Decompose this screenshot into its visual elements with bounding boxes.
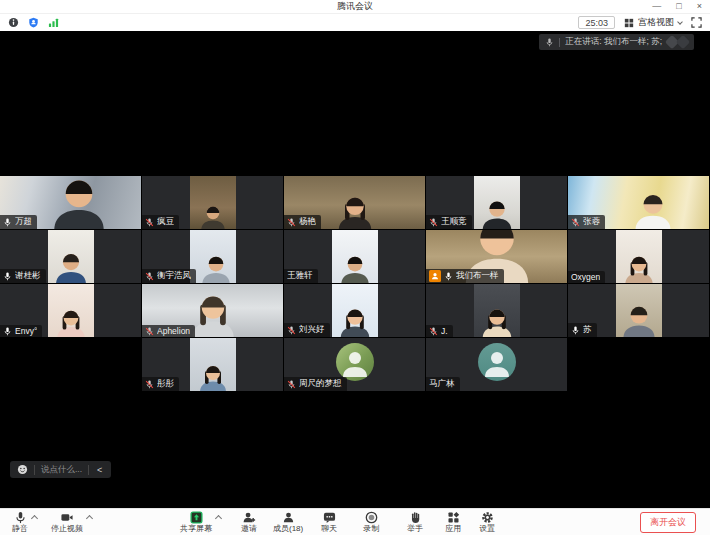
participant-name-chip: 杨艳 [284, 215, 321, 229]
chat-bar: 说点什么... < [10, 461, 111, 478]
meeting-info-icon[interactable] [8, 17, 19, 28]
chat-icon [323, 511, 336, 524]
participant-video [48, 284, 94, 337]
mic-muted-icon [429, 218, 438, 227]
toolbar-label: 录制 [363, 525, 379, 533]
header-status-icons [8, 17, 59, 28]
participant-video [616, 230, 662, 283]
participant-tile[interactable]: 疯豆 [142, 176, 283, 229]
divider [88, 465, 89, 475]
participant-tile[interactable]: 苏 [568, 284, 709, 337]
chevron-down-icon [677, 19, 683, 25]
mic-on-icon [3, 218, 12, 227]
minimize-button[interactable]: — [652, 0, 661, 13]
toolbar-items: 静音停止视频共享屏幕邀请成员(18)聊天录制举手应用设置 [10, 509, 495, 535]
mic-muted-icon [287, 218, 296, 227]
toolbar-invite-button[interactable]: 邀请 [241, 509, 257, 535]
mic-on-icon [3, 327, 12, 336]
participant-tile[interactable]: Oxygen [568, 230, 709, 283]
participant-tile[interactable]: 衡宇浩凤 [142, 230, 283, 283]
mic-muted-icon [571, 218, 580, 227]
participant-name-chip: 王顺竞 [426, 215, 472, 229]
fullscreen-icon[interactable] [691, 17, 702, 28]
chat-input[interactable]: 说点什么... [41, 464, 82, 476]
chevron-up-icon[interactable] [215, 515, 222, 522]
participant-name: 王雅轩 [287, 270, 313, 282]
toolbar-apps-button[interactable]: 应用 [445, 509, 461, 535]
record-icon [365, 511, 378, 524]
participant-video [474, 284, 520, 337]
participant-video [48, 230, 94, 283]
titlebar: 腾讯会议 — □ × [0, 0, 710, 14]
mic-on-icon [571, 326, 580, 335]
participant-grid: 万超疯豆杨艳王顺竞张蓉谢桂彬衡宇浩凤王雅轩我们布一样OxygenEnvy°Aph… [0, 176, 709, 391]
toolbar-mic-button[interactable]: 静音 [12, 509, 28, 535]
toolbar-chat-button[interactable]: 聊天 [321, 509, 337, 535]
participant-tile[interactable]: 张蓉 [568, 176, 709, 229]
chevron-up-icon[interactable] [31, 515, 38, 522]
participant-video [190, 230, 236, 283]
chevron-up-icon[interactable] [86, 515, 93, 522]
participant-name-chip: 疯豆 [142, 215, 179, 229]
participant-name: 张蓉 [583, 216, 600, 228]
participant-name-chip: Oxygen [568, 271, 605, 283]
mic-on-icon [3, 272, 12, 281]
security-shield-icon[interactable] [28, 17, 39, 28]
participant-tile[interactable]: 杨艳 [284, 176, 425, 229]
window-controls: — □ × [652, 0, 702, 13]
participant-tile[interactable]: 彤彤 [142, 338, 283, 391]
speaking-text: 正在讲话: 我们布一样; 苏; [565, 36, 662, 48]
video-stage: 正在讲话: 我们布一样; 苏; 万超疯豆杨艳王顺竞张蓉谢桂彬衡宇浩凤王雅轩我们布… [0, 31, 710, 508]
participant-tile[interactable]: 王雅轩 [284, 230, 425, 283]
mic-muted-icon [145, 218, 154, 227]
view-mode-selector[interactable]: 宫格视图 [624, 16, 682, 29]
participant-tile[interactable]: 王顺竞 [426, 176, 567, 229]
participant-name: 王顺竞 [441, 216, 467, 228]
settings-icon [481, 511, 494, 524]
emoji-icon[interactable] [17, 464, 28, 475]
toolbar-share-button[interactable]: 共享屏幕 [180, 509, 212, 535]
participant-name: 我们布一样 [456, 270, 499, 282]
participant-video [332, 284, 378, 337]
participant-name-chip: 马广林 [426, 377, 460, 391]
share-icon [190, 511, 203, 524]
participant-name-chip: 衡宇浩凤 [142, 269, 196, 283]
grid-view-icon [624, 18, 634, 28]
raised-hand-badge-icon [429, 270, 441, 282]
divider [34, 465, 35, 475]
meeting-header: 25:03 宫格视图 [0, 14, 710, 31]
network-signal-icon[interactable] [48, 17, 59, 28]
toolbar-label: 成员(18) [273, 525, 303, 533]
participant-tile[interactable]: Envy° [0, 284, 141, 337]
leave-meeting-button[interactable]: 离开会议 [640, 512, 696, 533]
toolbar-camera-button[interactable]: 停止视频 [51, 509, 83, 535]
toolbar-members-button[interactable]: 成员(18) [273, 509, 303, 535]
participant-avatar [336, 343, 374, 381]
participant-tile[interactable]: J. [426, 284, 567, 337]
close-button[interactable]: × [697, 0, 702, 13]
mic-muted-icon [287, 380, 296, 389]
participant-tile[interactable]: 周尺的梦想 [284, 338, 425, 391]
maximize-button[interactable]: □ [676, 0, 681, 13]
participant-tile[interactable]: 谢桂彬 [0, 230, 141, 283]
camera-icon [60, 511, 74, 524]
members-icon [282, 511, 295, 524]
participant-tile[interactable]: 我们布一样 [426, 230, 567, 283]
speaking-indicator: 正在讲话: 我们布一样; 苏; [539, 34, 694, 50]
participant-tile[interactable]: 马广林 [426, 338, 567, 391]
participant-name: Envy° [15, 326, 37, 336]
mic-on-icon [444, 272, 453, 281]
speaker-avatar [676, 35, 690, 49]
mic-muted-icon [145, 327, 154, 336]
toolbar-record-button[interactable]: 录制 [363, 509, 379, 535]
participant-tile[interactable]: 刘兴好 [284, 284, 425, 337]
chat-collapse-button[interactable]: < [95, 465, 104, 475]
toolbar-label: 举手 [407, 525, 423, 533]
view-mode-label: 宫格视图 [638, 16, 674, 29]
toolbar-label: 停止视频 [51, 525, 83, 533]
toolbar-hand-button[interactable]: 举手 [407, 509, 423, 535]
participant-tile[interactable]: 万超 [0, 176, 141, 229]
toolbar-settings-button[interactable]: 设置 [479, 509, 495, 535]
participant-tile[interactable]: Aphelion [142, 284, 283, 337]
participant-name: Aphelion [157, 326, 190, 336]
